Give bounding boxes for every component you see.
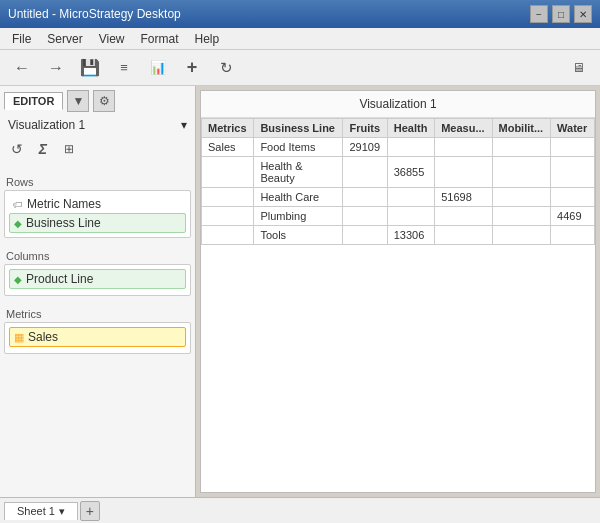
business-line-label: Business Line — [26, 216, 101, 230]
product-line-label: Product Line — [26, 272, 93, 286]
columns-field-box[interactable]: ◆ Product Line — [4, 264, 191, 296]
table-cell: 51698 — [435, 188, 492, 207]
panel-toolbar: EDITOR ▼ ⚙ — [4, 90, 191, 112]
col-header-mobility: Mobilit... — [492, 119, 551, 138]
config-button[interactable]: 🖥 — [564, 54, 592, 82]
forward-button[interactable]: → — [42, 54, 70, 82]
back-button[interactable]: ← — [8, 54, 36, 82]
table-cell: 4469 — [551, 207, 595, 226]
metrics-field-box[interactable]: ▦ Sales — [4, 322, 191, 354]
panel-icon-row: ↺ Σ ⊞ — [4, 134, 191, 164]
chart-button[interactable]: 📊 — [144, 54, 172, 82]
table-cell: 13306 — [387, 226, 434, 245]
table-cell: Health & Beauty — [254, 157, 343, 188]
window-title: Untitled - MicroStrategy Desktop — [8, 7, 181, 21]
toolbar: ← → 💾 ≡ 📊 + ↻ 🖥 — [0, 50, 600, 86]
diamond-icon-product: ◆ — [14, 274, 22, 285]
menu-help[interactable]: Help — [187, 30, 228, 48]
viz-label-text: Visualization 1 — [8, 118, 85, 132]
menu-file[interactable]: File — [4, 30, 39, 48]
table-cell — [435, 226, 492, 245]
table-cell — [492, 226, 551, 245]
add-button[interactable]: + — [178, 54, 206, 82]
menu-view[interactable]: View — [91, 30, 133, 48]
columns-label: Columns — [4, 246, 191, 264]
close-button[interactable]: ✕ — [574, 5, 592, 23]
table-cell — [343, 188, 387, 207]
table-cell — [343, 207, 387, 226]
refresh-button[interactable]: ↻ — [212, 54, 240, 82]
visualization-panel: Visualization 1 Metrics Business Line Fr… — [200, 90, 596, 493]
table-cell — [492, 157, 551, 188]
save-button[interactable]: 💾 — [76, 54, 104, 82]
metric-names-label: Metric Names — [27, 197, 101, 211]
product-line-field[interactable]: ◆ Product Line — [9, 269, 186, 289]
table-container[interactable]: Metrics Business Line Fruits Health Meas… — [201, 118, 595, 492]
main-content: EDITOR ▼ ⚙ Visualization 1 ▾ ↺ Σ ⊞ Rows … — [0, 86, 600, 497]
business-line-field[interactable]: ◆ Business Line — [9, 213, 186, 233]
sales-label: Sales — [28, 330, 58, 344]
visualization-title: Visualization 1 — [201, 91, 595, 118]
table-cell: Health Care — [254, 188, 343, 207]
maximize-button[interactable]: □ — [552, 5, 570, 23]
rows-field-box[interactable]: 🏷 Metric Names ◆ Business Line — [4, 190, 191, 238]
table-cell: 29109 — [343, 138, 387, 157]
table-cell — [387, 188, 434, 207]
table-cell: Plumbing — [254, 207, 343, 226]
table-row: Tools13306 — [202, 226, 595, 245]
sigma-icon[interactable]: Σ — [32, 138, 54, 160]
table-row: Health & Beauty36855 — [202, 157, 595, 188]
table-cell — [202, 188, 254, 207]
sheet-bar: Sheet 1 ▾ + — [0, 497, 600, 523]
sales-field[interactable]: ▦ Sales — [9, 327, 186, 347]
editor-button[interactable]: EDITOR — [4, 92, 63, 110]
table-cell — [387, 207, 434, 226]
table-cell — [343, 157, 387, 188]
title-bar-controls: − □ ✕ — [530, 5, 592, 23]
tag-icon: 🏷 — [13, 199, 23, 210]
sheet-tab-1[interactable]: Sheet 1 ▾ — [4, 502, 78, 520]
add-sheet-button[interactable]: + — [80, 501, 100, 521]
viz-dropdown-icon[interactable]: ▾ — [181, 118, 187, 132]
table-cell — [202, 207, 254, 226]
rows-label: Rows — [4, 172, 191, 190]
layers-button[interactable]: ≡ — [110, 54, 138, 82]
left-panel: EDITOR ▼ ⚙ Visualization 1 ▾ ↺ Σ ⊞ Rows … — [0, 86, 196, 497]
table-cell — [435, 138, 492, 157]
title-bar: Untitled - MicroStrategy Desktop − □ ✕ — [0, 0, 600, 28]
viz-label-row: Visualization 1 ▾ — [4, 116, 191, 134]
table-cell — [492, 207, 551, 226]
table-cell — [387, 138, 434, 157]
table-cell — [343, 226, 387, 245]
menu-format[interactable]: Format — [132, 30, 186, 48]
vis-type-icon[interactable]: ⊞ — [58, 138, 80, 160]
table-cell — [551, 188, 595, 207]
table-cell: Food Items — [254, 138, 343, 157]
sheet-tab-dropdown-icon[interactable]: ▾ — [59, 505, 65, 518]
menu-bar: File Server View Format Help — [0, 28, 600, 50]
col-header-metrics: Metrics — [202, 119, 254, 138]
col-header-fruits: Fruits — [343, 119, 387, 138]
table-header-row: Metrics Business Line Fruits Health Meas… — [202, 119, 595, 138]
metric-names-field[interactable]: 🏷 Metric Names — [9, 195, 186, 213]
settings-icon-button[interactable]: ⚙ — [93, 90, 115, 112]
table-row: Plumbing4469 — [202, 207, 595, 226]
table-cell — [551, 138, 595, 157]
diamond-icon-business: ◆ — [14, 218, 22, 229]
table-cell: 36855 — [387, 157, 434, 188]
col-header-water: Water — [551, 119, 595, 138]
metrics-label: Metrics — [4, 304, 191, 322]
table-row: Health Care51698 — [202, 188, 595, 207]
table-cell — [492, 138, 551, 157]
table-cell — [435, 207, 492, 226]
menu-server[interactable]: Server — [39, 30, 90, 48]
metric-icon-sales: ▦ — [14, 331, 24, 344]
filter-icon-button[interactable]: ▼ — [67, 90, 89, 112]
undo-icon[interactable]: ↺ — [6, 138, 28, 160]
sheet-tab-label: Sheet 1 — [17, 505, 55, 517]
table-cell: Sales — [202, 138, 254, 157]
minimize-button[interactable]: − — [530, 5, 548, 23]
table-row: SalesFood Items29109 — [202, 138, 595, 157]
table-cell — [492, 188, 551, 207]
table-cell — [202, 157, 254, 188]
